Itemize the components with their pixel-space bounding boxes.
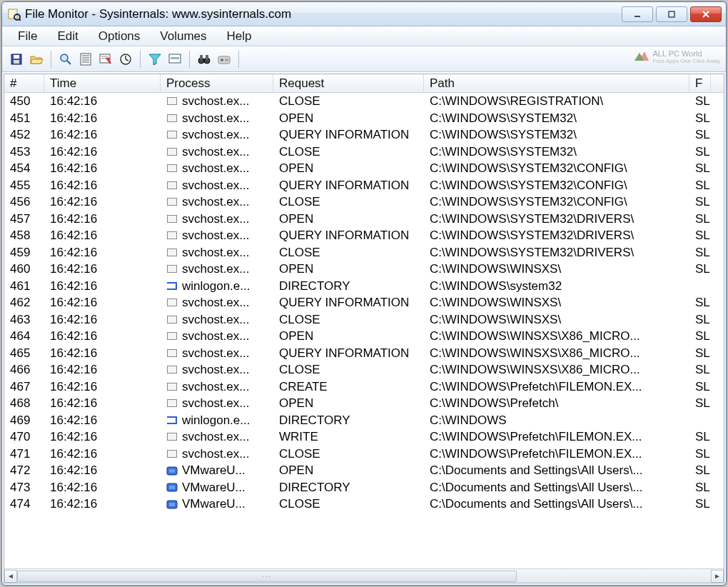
process-generic-icon <box>166 331 178 342</box>
grid-header[interactable]: # Time Process Request Path F <box>4 74 724 93</box>
cell-process: svchost.ex... <box>161 328 273 345</box>
cell-number: 452 <box>4 126 44 144</box>
cell-process: svchost.ex... <box>161 227 273 244</box>
close-button[interactable] <box>690 6 722 22</box>
col-request[interactable]: Request <box>273 74 424 92</box>
table-row[interactable]: 469 16:42:16 winlogon.e... DIRECTORY C:\… <box>4 412 724 429</box>
scroll-right-icon[interactable]: ► <box>711 570 724 583</box>
cell-process: svchost.ex... <box>161 177 273 194</box>
table-row[interactable]: 471 16:42:16 svchost.ex... CLOSE C:\WIND… <box>4 446 724 463</box>
cell-process: svchost.ex... <box>161 93 273 110</box>
process-generic-icon <box>166 246 178 258</box>
save-icon[interactable] <box>6 49 26 69</box>
scroll-track[interactable]: ∙∙∙ <box>17 570 711 583</box>
table-row[interactable]: 465 16:42:16 svchost.ex... QUERY INFORMA… <box>4 345 724 362</box>
table-row[interactable]: 461 16:42:16 winlogon.e... DIRECTORY C:\… <box>4 278 724 295</box>
window-controls <box>622 6 722 22</box>
find-binoculars-icon[interactable] <box>194 49 214 69</box>
cell-path: C:\Documents and Settings\All Users\... <box>424 462 689 479</box>
cell-request: OPEN <box>273 160 424 177</box>
process-generic-icon <box>166 213 178 224</box>
table-row[interactable]: 457 16:42:16 svchost.ex... OPEN C:\WINDO… <box>4 211 724 228</box>
cell-time: 16:42:16 <box>44 328 161 345</box>
menu-volumes[interactable]: Volumes <box>150 27 216 46</box>
process-generic-icon <box>166 129 178 141</box>
table-row[interactable]: 472 16:42:16 VMwareU... OPEN C:\Document… <box>4 462 724 479</box>
minimize-button[interactable] <box>622 6 653 22</box>
menu-file[interactable]: File <box>8 27 47 46</box>
process-generic-icon <box>166 297 178 308</box>
cell-result: SL <box>689 244 711 261</box>
table-row[interactable]: 453 16:42:16 svchost.ex... CLOSE C:\WIND… <box>4 144 724 161</box>
process-generic-icon <box>166 431 178 443</box>
col-process[interactable]: Process <box>161 74 273 92</box>
jump-icon[interactable] <box>214 49 234 69</box>
table-row[interactable]: 468 16:42:16 svchost.ex... OPEN C:\WINDO… <box>4 395 724 412</box>
cell-time: 16:42:16 <box>44 412 161 429</box>
autoscroll-icon[interactable] <box>76 49 96 69</box>
col-path[interactable]: Path <box>424 74 689 92</box>
cell-result: SL <box>689 194 711 211</box>
table-row[interactable]: 466 16:42:16 svchost.ex... CLOSE C:\WIND… <box>4 361 724 378</box>
highlight-icon[interactable] <box>165 49 185 69</box>
cell-result: SL <box>689 126 711 144</box>
cell-request: CREATE <box>273 378 424 396</box>
horizontal-scrollbar[interactable]: ◄ ∙∙∙ ► <box>4 568 724 583</box>
cell-time: 16:42:16 <box>44 311 161 328</box>
table-row[interactable]: 459 16:42:16 svchost.ex... CLOSE C:\WIND… <box>4 244 724 261</box>
table-row[interactable]: 464 16:42:16 svchost.ex... OPEN C:\WINDO… <box>4 328 724 345</box>
cell-path: C:\WINDOWS\WINSXS\ <box>424 311 689 328</box>
cell-time: 16:42:16 <box>44 278 161 295</box>
clear-icon[interactable] <box>96 49 116 69</box>
cell-result: SL <box>689 395 711 412</box>
grid-body[interactable]: 450 16:42:16 svchost.ex... CLOSE C:\WIND… <box>4 93 724 568</box>
table-row[interactable]: 470 16:42:16 svchost.ex... WRITE C:\WIND… <box>4 428 724 446</box>
table-row[interactable]: 462 16:42:16 svchost.ex... QUERY INFORMA… <box>4 294 724 311</box>
table-row[interactable]: 455 16:42:16 svchost.ex... QUERY INFORMA… <box>4 177 724 194</box>
table-row[interactable]: 451 16:42:16 svchost.ex... OPEN C:\WINDO… <box>4 110 724 127</box>
menu-options[interactable]: Options <box>89 27 151 46</box>
cell-number: 454 <box>4 160 44 177</box>
cell-result: SL <box>689 294 711 311</box>
titlebar[interactable]: File Monitor - Sysinternals: www.sysinte… <box>2 2 726 26</box>
filter-icon[interactable] <box>145 49 165 69</box>
table-row[interactable]: 460 16:42:16 svchost.ex... OPEN C:\WINDO… <box>4 261 724 278</box>
table-row[interactable]: 450 16:42:16 svchost.ex... CLOSE C:\WIND… <box>4 93 724 110</box>
cell-number: 462 <box>4 294 44 311</box>
cell-time: 16:42:16 <box>44 345 161 362</box>
table-row[interactable]: 456 16:42:16 svchost.ex... CLOSE C:\WIND… <box>4 194 724 211</box>
cell-process: svchost.ex... <box>161 211 273 228</box>
cell-result: SL <box>689 311 711 328</box>
find-icon[interactable] <box>56 49 76 69</box>
cell-request: WRITE <box>273 428 424 446</box>
cell-time: 16:42:16 <box>44 144 161 161</box>
cell-time: 16:42:16 <box>44 496 161 513</box>
cell-result: SL <box>689 446 711 463</box>
cell-process: svchost.ex... <box>161 395 273 412</box>
menu-edit[interactable]: Edit <box>47 27 88 46</box>
app-window: File Monitor - Sysinternals: www.sysinte… <box>1 1 727 586</box>
table-row[interactable]: 474 16:42:16 VMwareU... CLOSE C:\Documen… <box>4 496 724 513</box>
cell-request: CLOSE <box>273 446 424 463</box>
col-time[interactable]: Time <box>44 74 161 92</box>
table-row[interactable]: 454 16:42:16 svchost.ex... OPEN C:\WINDO… <box>4 160 724 177</box>
cell-time: 16:42:16 <box>44 395 161 412</box>
cell-result: SL <box>689 227 711 244</box>
time-icon[interactable] <box>116 49 136 69</box>
maximize-button[interactable] <box>656 6 687 22</box>
table-row[interactable]: 473 16:42:16 VMwareU... DIRECTORY C:\Doc… <box>4 479 724 496</box>
cell-request: CLOSE <box>273 93 424 110</box>
table-row[interactable]: 467 16:42:16 svchost.ex... CREATE C:\WIN… <box>4 378 724 396</box>
table-row[interactable]: 463 16:42:16 svchost.ex... CLOSE C:\WIND… <box>4 311 724 328</box>
scroll-left-icon[interactable]: ◄ <box>4 570 17 583</box>
scroll-thumb[interactable]: ∙∙∙ <box>17 571 517 582</box>
col-result[interactable]: F <box>689 74 711 92</box>
table-row[interactable]: 452 16:42:16 svchost.ex... QUERY INFORMA… <box>4 126 724 144</box>
col-number[interactable]: # <box>4 74 44 92</box>
svg-point-10 <box>61 54 68 61</box>
cell-result: SL <box>689 378 711 396</box>
open-icon[interactable] <box>26 49 46 69</box>
cell-time: 16:42:16 <box>44 227 161 244</box>
menu-help[interactable]: Help <box>217 27 262 46</box>
table-row[interactable]: 458 16:42:16 svchost.ex... QUERY INFORMA… <box>4 227 724 244</box>
